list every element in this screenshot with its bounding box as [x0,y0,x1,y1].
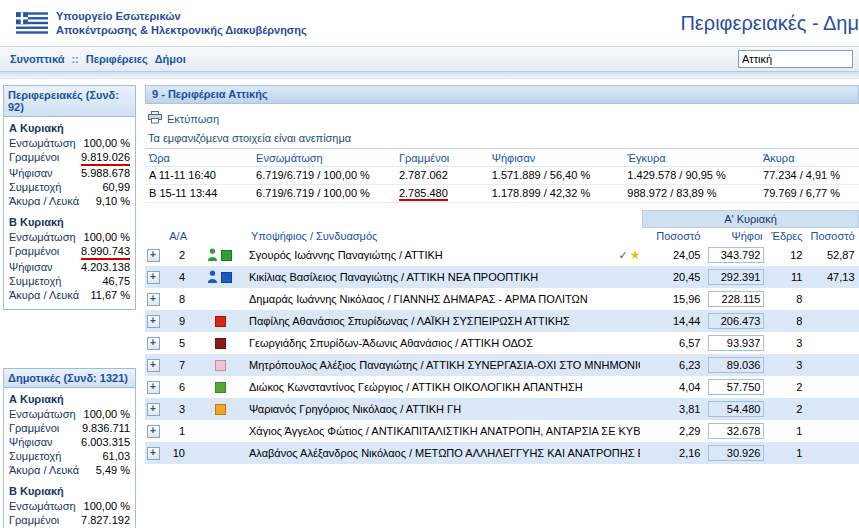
votes-cell: 89.036 [704,354,766,376]
summary-value: 1.178.899 / 42,32 % [492,187,590,199]
stat-label: Άκυρα / Λευκά [9,289,79,302]
summary-cell: 6.719/6.719 / 100,00 % [252,185,395,203]
party-icons-cell [191,288,247,310]
summary-value: 77.234 / 4,91 % [763,169,840,181]
results-header-row: Α/ΑΥποψήφιος / ΣυνδυασμόςΠοσοστόΨήφοιΈδρ… [145,228,859,245]
expand-cell: + [145,442,161,464]
summary-header-cell: Ψήφισαν [488,149,624,167]
party-color-square [215,316,226,327]
stat-value: 8.990.743 [81,245,130,260]
pct-b-value [806,420,858,442]
unofficial-note: Τα εμφανιζόμενα στοιχεία είναι ανεπίσημα [145,129,859,148]
pct-a-value: 14,44 [642,310,704,332]
stat-line: Γραμμένοι9.836.711 [9,422,130,435]
result-row: +1Χάγιος Άγγελος Φώτιος / ΑΝΤΙΚΑΠΙΤΑΛΙΣΤ… [145,420,859,442]
party-icons-cell [191,354,247,376]
summary-cell: 988.972 / 83,89 % [623,185,759,203]
votes-cell: 93.937 [704,332,766,354]
nav-link-regions[interactable]: Περιφέρειες [86,53,148,65]
expand-button[interactable]: + [147,271,160,284]
votes-cell: 343.792 [704,244,766,266]
expand-button[interactable]: + [147,249,160,262]
stat-value: 100,00 % [84,137,130,150]
nav-separator: :: [71,53,78,65]
candidate-cell: Χάγιος Άγγελος Φώτιος / ΑΝΤΙΚΑΠΙΤΑΛΙΣΤΙΚ… [247,420,642,442]
expand-button[interactable]: + [147,425,160,438]
stat-value: 46,75 [102,275,130,288]
summary-header-cell: Έγκυρα [623,149,759,167]
party-color-square [215,360,226,371]
stat-label: Άκυρα / Λευκά [9,195,79,208]
summary-value: Β 15-11 13:44 [149,187,217,199]
party-color-square [215,404,226,415]
expand-cell: + [145,266,161,288]
nav-link-summary[interactable]: Συνοπτικά [10,53,64,65]
party-icons-cell [191,376,247,398]
stat-label: Ψήφισαν [9,167,53,180]
expand-button[interactable]: + [147,447,160,460]
expand-button[interactable]: + [147,403,160,416]
ministry-line1: Υπουργείο Εσωτερικών [56,9,307,23]
results-group-row: Α' Κυριακή [145,211,859,228]
summary-value: Α 11-11 16:40 [149,169,216,181]
expand-cell: + [145,288,161,310]
expand-button[interactable]: + [147,337,160,350]
result-row: +8Δημαράς Ιωάννης Νικόλαος / ΓΙΑΝΝΗΣ ΔΗΜ… [145,288,859,310]
col-votes-header: Ψήφοι [704,228,766,245]
pct-b-value [806,332,858,354]
stat-label: Ψήφισαν [9,261,53,274]
pct-a-value: 20,45 [642,266,704,288]
aa-number: 7 [161,354,191,376]
sidebar-section-title: Περιφερειακές (Συνδ: 92) [4,86,135,117]
pct-b-value: 52,87 [806,244,858,266]
sidebar-section-title: Δημοτικές (Συνδ: 1321) [4,369,135,388]
summary-header-cell: Άκυρα [759,149,859,167]
summary-cell: Β 15-11 13:44 [145,185,252,203]
print-button[interactable]: Εκτύπωση [167,113,219,125]
seats-value: 1 [766,420,806,442]
votes-value: 30.926 [708,445,764,461]
summary-header-row: ΏραΕνσωμάτωσηΓραμμένοιΨήφισανΈγκυραΆκυρα [145,149,859,167]
expand-cell: + [145,244,161,266]
seats-value: 12 [766,244,806,266]
stat-line: Γραμμένοι7.827.192 [9,514,130,527]
stat-label: Συμμετοχή [9,181,61,194]
expand-button[interactable]: + [147,315,160,328]
candidate-cell: Διώκος Κωνσταντίνος Γεώργιος / ΑΤΤΙΚΗ ΟΙ… [247,376,642,398]
aa-number: 2 [161,244,191,266]
round-title: Β Κυριακή [9,216,130,228]
expand-button[interactable]: + [147,359,160,372]
col-aa-header: Α/Α [161,228,191,245]
summary-header-cell: Ώρα [145,149,252,167]
pct-a-value: 2,29 [642,420,704,442]
expand-button[interactable]: + [147,293,160,306]
expand-button[interactable]: + [147,381,160,394]
summary-header-cell: Ενσωμάτωση [252,149,395,167]
sidebar-section-body: Α ΚυριακήΕνσωμάτωση100,00 %Γραμμένοι9.81… [4,117,135,309]
candidate-cell: Γεωργιάδης Σπυρίδων-Άδωνις Αθανάσιος / Α… [247,332,642,354]
expand-cell: + [145,420,161,442]
stat-label: Συμμετοχή [9,450,61,463]
stat-line: Γραμμένοι9.819.026 [9,151,130,166]
party-icons-cell [191,398,247,420]
votes-cell: 54.480 [704,398,766,420]
pct-b-value [806,288,858,310]
result-row: +10Αλαβάνος Αλέξανδρος Νικόλαος / ΜΕΤΩΠΟ… [145,442,859,464]
result-row: +6Διώκος Κωνσταντίνος Γεώργιος / ΑΤΤΙΚΗ … [145,376,859,398]
search-input[interactable] [738,50,853,68]
page: Υπουργείο Εσωτερικών Αποκέντρωσης & Ηλεκ… [0,0,859,528]
person-icon [207,270,218,285]
stat-line: Συμμετοχή60,99 [9,181,130,194]
votes-cell: 57.750 [704,376,766,398]
stat-line: Συμμετοχή61,03 [9,450,130,463]
person-icon [207,248,218,263]
pct-b-value [806,354,858,376]
votes-cell: 30.926 [704,442,766,464]
region-title-bar: 9 - Περιφέρεια Αττικής [145,85,859,104]
stat-label: Γραμμένοι [9,422,59,435]
nav-link-municipalities[interactable]: Δήμοι [155,53,186,65]
expand-cell: + [145,310,161,332]
navbar: Συνοπτικά :: Περιφέρειες Δήμοι [0,46,859,72]
sidebar: Περιφερειακές (Συνδ: 92)Α ΚυριακήΕνσωμάτ… [3,85,136,528]
summary-cell: 2.785.480 [395,185,488,203]
